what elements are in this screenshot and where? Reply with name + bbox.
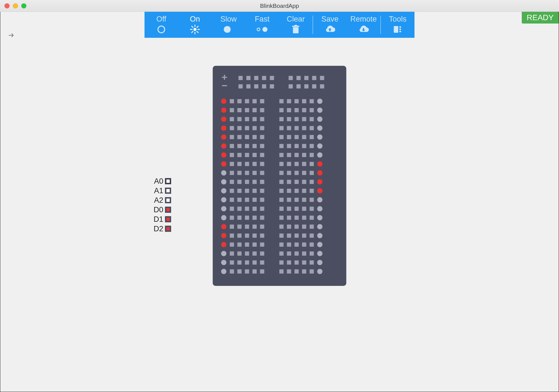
tie-hole[interactable] xyxy=(295,207,299,211)
tie-hole[interactable] xyxy=(260,180,264,184)
pin-row-d2[interactable]: D2 xyxy=(152,224,171,234)
tie-hole[interactable] xyxy=(310,260,314,265)
rail-hole[interactable] xyxy=(270,84,274,88)
rail-hole[interactable] xyxy=(312,76,316,80)
tie-hole[interactable] xyxy=(295,126,299,130)
tie-hole[interactable] xyxy=(237,126,242,130)
tie-hole[interactable] xyxy=(280,234,284,238)
tie-hole[interactable] xyxy=(280,144,284,148)
tie-hole[interactable] xyxy=(280,260,284,265)
tie-hole[interactable] xyxy=(302,180,306,184)
tie-hole[interactable] xyxy=(237,171,242,175)
tie-hole[interactable] xyxy=(245,234,249,238)
tie-hole[interactable] xyxy=(230,269,234,274)
row-led-left[interactable] xyxy=(221,179,227,185)
tie-hole[interactable] xyxy=(302,198,306,202)
tie-hole[interactable] xyxy=(280,225,284,229)
row-led-right[interactable] xyxy=(317,152,323,158)
tie-hole[interactable] xyxy=(302,153,306,157)
tie-hole[interactable] xyxy=(280,242,284,247)
tie-hole[interactable] xyxy=(310,153,314,157)
tie-hole[interactable] xyxy=(245,207,249,211)
tie-hole[interactable] xyxy=(302,117,306,121)
tie-hole[interactable] xyxy=(295,242,299,247)
tie-hole[interactable] xyxy=(287,144,291,148)
pin-row-d0[interactable]: D0 xyxy=(152,205,171,214)
minimize-window-button[interactable] xyxy=(13,3,18,8)
tie-hole[interactable] xyxy=(253,135,257,139)
tie-hole[interactable] xyxy=(245,144,249,148)
tie-hole[interactable] xyxy=(230,99,234,103)
tie-hole[interactable] xyxy=(253,99,257,103)
tie-hole[interactable] xyxy=(302,108,306,112)
tie-hole[interactable] xyxy=(245,162,249,166)
row-led-left[interactable] xyxy=(221,99,227,104)
row-led-left[interactable] xyxy=(221,251,227,256)
tie-hole[interactable] xyxy=(237,207,242,211)
tie-hole[interactable] xyxy=(295,225,299,229)
tie-hole[interactable] xyxy=(245,117,249,121)
tie-hole[interactable] xyxy=(260,260,264,265)
tie-hole[interactable] xyxy=(287,234,291,238)
tie-hole[interactable] xyxy=(237,117,242,121)
tie-hole[interactable] xyxy=(237,216,242,220)
tie-hole[interactable] xyxy=(295,162,299,166)
tie-hole[interactable] xyxy=(237,189,242,193)
tie-hole[interactable] xyxy=(302,135,306,139)
pin-row-a2[interactable]: A2 xyxy=(152,195,171,205)
tie-hole[interactable] xyxy=(295,108,299,112)
tie-hole[interactable] xyxy=(260,198,264,202)
tie-hole[interactable] xyxy=(287,269,291,274)
rail-hole[interactable] xyxy=(304,76,309,80)
tie-hole[interactable] xyxy=(245,99,249,103)
tie-hole[interactable] xyxy=(302,251,306,256)
tie-hole[interactable] xyxy=(260,216,264,220)
tie-hole[interactable] xyxy=(310,126,314,130)
tie-hole[interactable] xyxy=(253,269,257,274)
tie-hole[interactable] xyxy=(230,162,234,166)
row-led-left[interactable] xyxy=(221,260,227,265)
toolbar-slow-button[interactable]: Slow xyxy=(212,12,245,38)
row-led-left[interactable] xyxy=(221,242,227,247)
tie-hole[interactable] xyxy=(310,162,314,166)
tie-hole[interactable] xyxy=(260,225,264,229)
tie-hole[interactable] xyxy=(245,198,249,202)
rail-hole[interactable] xyxy=(289,84,293,88)
tie-hole[interactable] xyxy=(287,225,291,229)
row-led-right[interactable] xyxy=(317,260,323,265)
tie-hole[interactable] xyxy=(230,153,234,157)
tie-hole[interactable] xyxy=(260,108,264,112)
row-led-left[interactable] xyxy=(221,215,227,220)
rail-hole[interactable] xyxy=(304,84,309,88)
tie-hole[interactable] xyxy=(237,225,242,229)
row-led-left[interactable] xyxy=(221,233,227,238)
tie-hole[interactable] xyxy=(237,180,242,184)
tie-hole[interactable] xyxy=(287,162,291,166)
rail-hole[interactable] xyxy=(270,76,274,80)
tie-hole[interactable] xyxy=(230,225,234,229)
tie-hole[interactable] xyxy=(230,251,234,256)
tie-hole[interactable] xyxy=(310,189,314,193)
toolbar-save-button[interactable]: Save xyxy=(313,12,347,38)
row-led-left[interactable] xyxy=(221,161,227,167)
tie-hole[interactable] xyxy=(280,126,284,130)
toolbar-clear-button[interactable]: Clear xyxy=(279,12,313,38)
tie-hole[interactable] xyxy=(310,251,314,256)
tie-hole[interactable] xyxy=(245,260,249,265)
close-window-button[interactable] xyxy=(4,3,10,8)
tie-hole[interactable] xyxy=(280,216,284,220)
row-led-right[interactable] xyxy=(317,143,323,149)
tie-hole[interactable] xyxy=(287,207,291,211)
rail-hole[interactable] xyxy=(262,84,266,88)
pin-row-a1[interactable]: A1 xyxy=(152,186,171,195)
tie-hole[interactable] xyxy=(287,171,291,175)
tie-hole[interactable] xyxy=(287,108,291,112)
tie-hole[interactable] xyxy=(280,162,284,166)
tie-hole[interactable] xyxy=(295,260,299,265)
rail-hole[interactable] xyxy=(239,84,243,88)
tie-hole[interactable] xyxy=(260,207,264,211)
row-led-left[interactable] xyxy=(221,152,227,158)
tie-hole[interactable] xyxy=(237,269,242,274)
tie-hole[interactable] xyxy=(295,251,299,256)
row-led-right[interactable] xyxy=(317,134,323,140)
